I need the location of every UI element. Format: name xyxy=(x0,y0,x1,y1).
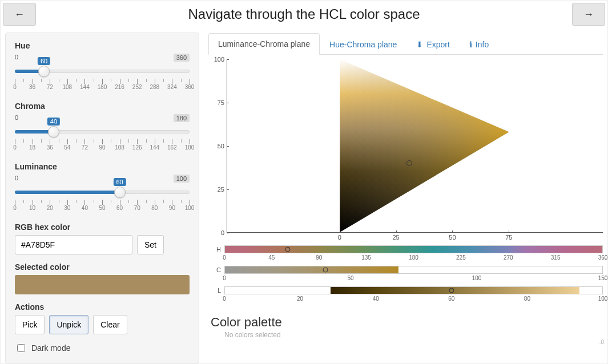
palette-heading: Color palette xyxy=(211,315,603,330)
svg-marker-1 xyxy=(340,59,509,232)
hex-input[interactable] xyxy=(15,235,132,254)
l-strip-label: L xyxy=(211,287,221,294)
luminance-slider-block: Luminance 0 100 60 010203040506070809010… xyxy=(15,162,190,212)
arrow-right-icon: → xyxy=(583,9,594,21)
selected-color-label: Selected color xyxy=(15,262,190,272)
c-strip-label: C xyxy=(211,266,221,273)
origin-label: .0 xyxy=(599,339,604,345)
download-icon: ⬇ xyxy=(416,40,423,49)
sidebar: Hue 0 360 60 036721081441802162522883243… xyxy=(5,33,199,363)
luminance-slider[interactable]: 60 xyxy=(15,186,190,199)
tab-info[interactable]: ℹInfo xyxy=(460,34,498,55)
luminance-value-badge: 60 xyxy=(113,178,126,186)
tab-hue-chroma[interactable]: Hue-Chroma plane xyxy=(320,34,406,55)
hue-slider-block: Hue 0 360 60 036721081441802162522883243… xyxy=(15,41,190,91)
lc-plot[interactable]: 0255075100 xyxy=(211,59,603,242)
luminance-thumb[interactable] xyxy=(114,187,126,198)
unpick-button[interactable]: Unpick xyxy=(49,315,88,334)
pick-button[interactable]: Pick xyxy=(15,315,45,334)
hex-label: RGB hex color xyxy=(15,223,190,232)
h-strip-label: H xyxy=(211,246,221,253)
darkmode-label: Dark mode xyxy=(31,343,70,353)
plot-marker[interactable] xyxy=(406,160,412,166)
prev-button[interactable]: ← xyxy=(3,3,36,26)
chroma-max: 180 xyxy=(174,114,190,122)
page-title: Navigate through the HCL color space xyxy=(38,6,570,22)
tab-luminance-chroma[interactable]: Luminance-Chroma plane xyxy=(208,33,320,55)
hue-min: 0 xyxy=(15,54,18,62)
chroma-strip-marker[interactable] xyxy=(323,268,328,273)
chroma-min: 0 xyxy=(15,114,18,122)
selected-color-swatch xyxy=(15,275,190,294)
hue-strip[interactable] xyxy=(224,245,603,253)
chroma-label: Chroma xyxy=(15,102,190,111)
next-button[interactable]: → xyxy=(572,3,605,26)
clear-button[interactable]: Clear xyxy=(93,315,127,334)
chroma-thumb[interactable] xyxy=(48,126,59,137)
darkmode-row[interactable]: Dark mode xyxy=(15,342,190,354)
luminance-strip[interactable] xyxy=(224,286,603,294)
set-hex-button[interactable]: Set xyxy=(137,235,164,254)
arrow-left-icon: ← xyxy=(14,9,25,21)
luminance-max: 100 xyxy=(174,175,190,183)
hue-value-badge: 60 xyxy=(38,57,50,65)
hue-strip-marker[interactable] xyxy=(285,247,291,252)
luminance-min: 0 xyxy=(15,175,18,183)
chroma-slider[interactable]: 40 xyxy=(15,126,190,138)
luminance-strip-marker[interactable] xyxy=(449,288,454,293)
info-icon: ℹ xyxy=(469,40,472,49)
tabs: Luminance-Chroma plane Hue-Chroma plane … xyxy=(208,33,603,55)
hue-slider[interactable]: 60 xyxy=(15,65,190,78)
chroma-strip[interactable] xyxy=(224,266,603,274)
actions-label: Actions xyxy=(15,302,190,312)
tab-export[interactable]: ⬇Export xyxy=(406,34,459,55)
darkmode-checkbox[interactable] xyxy=(17,344,25,352)
palette-empty: No colors selected xyxy=(224,331,603,339)
hue-thumb[interactable] xyxy=(38,66,50,77)
hue-label: Hue xyxy=(15,41,190,50)
chroma-value-badge: 40 xyxy=(47,118,60,126)
chroma-slider-block: Chroma 0 180 40 018365472901081261441621… xyxy=(15,102,190,152)
luminance-label: Luminance xyxy=(15,162,190,171)
hue-max: 360 xyxy=(174,54,190,62)
